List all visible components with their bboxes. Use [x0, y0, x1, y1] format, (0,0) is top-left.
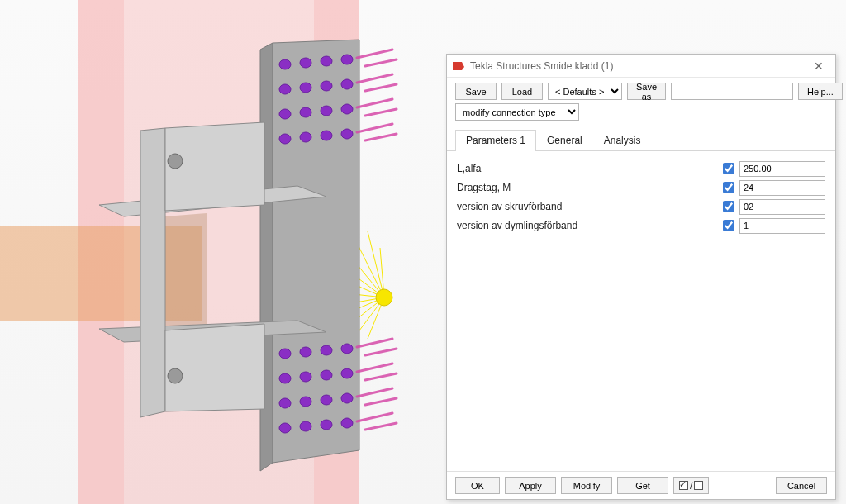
svg-point-40 [341, 368, 353, 378]
svg-point-36 [341, 344, 353, 354]
svg-line-51 [357, 99, 392, 107]
apply-button[interactable]: Apply [505, 477, 556, 494]
svg-point-45 [279, 423, 291, 433]
svg-line-52 [357, 124, 392, 132]
titlebar[interactable]: Tekla Structures Smide kladd (1) ✕ [447, 55, 835, 78]
ok-button[interactable]: OK [455, 477, 500, 494]
app-icon [452, 59, 465, 73]
svg-line-50 [357, 74, 392, 83]
connection-type-select[interactable]: modify connection type [455, 103, 579, 121]
svg-point-35 [321, 345, 332, 355]
param-value-input[interactable] [739, 199, 825, 215]
dialog-footer: OK Apply Modify Get / Cancel [447, 471, 835, 499]
svg-point-18 [300, 58, 311, 68]
cancel-button[interactable]: Cancel [776, 477, 827, 494]
svg-point-43 [321, 395, 332, 405]
svg-point-48 [341, 418, 353, 428]
toggle-checks-button[interactable]: / [673, 477, 709, 494]
load-button[interactable]: Load [501, 83, 543, 100]
param-label: version av dymlingsförband [457, 220, 723, 231]
param-value-input[interactable] [739, 218, 825, 234]
param-row: L,alfa [457, 159, 825, 178]
svg-point-30 [300, 132, 311, 142]
svg-point-66 [168, 368, 183, 383]
svg-point-22 [300, 83, 311, 93]
svg-point-33 [279, 349, 291, 359]
svg-point-31 [321, 131, 332, 140]
svg-point-37 [279, 373, 291, 383]
svg-point-17 [279, 59, 291, 69]
param-checkbox[interactable] [723, 220, 734, 231]
tab-body-parameters: L,alfa Dragstag, M version av skruvförba… [447, 151, 835, 471]
dialog-title: Tekla Structures Smide kladd (1) [470, 60, 807, 72]
tab-parameters[interactable]: Parameters 1 [455, 130, 536, 151]
get-button[interactable]: Get [617, 477, 668, 494]
help-button[interactable]: Help... [798, 83, 843, 100]
svg-line-59 [357, 388, 392, 397]
save-as-input[interactable] [671, 83, 793, 100]
tab-analysis[interactable]: Analysis [593, 130, 652, 151]
param-checkbox[interactable] [723, 182, 734, 193]
svg-line-55 [365, 109, 397, 116]
svg-line-64 [365, 423, 397, 430]
component-dialog: Tekla Structures Smide kladd (1) ✕ Save … [446, 54, 836, 500]
svg-point-19 [321, 56, 332, 66]
svg-point-25 [279, 109, 291, 119]
param-checkbox[interactable] [723, 201, 734, 212]
param-value-input[interactable] [739, 161, 825, 177]
svg-point-46 [300, 421, 311, 431]
param-label: L,alfa [457, 163, 723, 174]
svg-line-63 [365, 398, 397, 405]
svg-line-61 [365, 349, 397, 355]
preset-select[interactable]: < Defaults > [548, 83, 622, 100]
check-off-icon [694, 481, 703, 490]
param-row: version av dymlingsförband [457, 216, 825, 235]
svg-point-20 [341, 55, 353, 64]
check-on-icon [679, 481, 688, 490]
svg-point-34 [300, 347, 311, 357]
svg-point-38 [300, 372, 311, 382]
save-as-button[interactable]: Save as [627, 83, 666, 100]
param-row: version av skruvförband [457, 197, 825, 216]
svg-point-27 [321, 106, 332, 116]
svg-point-47 [321, 420, 332, 430]
svg-point-39 [321, 370, 332, 380]
svg-line-60 [357, 413, 392, 421]
svg-line-49 [357, 50, 392, 58]
svg-point-24 [341, 79, 353, 89]
svg-line-62 [365, 373, 397, 380]
param-checkbox[interactable] [723, 163, 734, 174]
svg-point-28 [341, 104, 353, 114]
svg-point-32 [341, 129, 353, 139]
svg-line-57 [357, 339, 392, 347]
save-button[interactable]: Save [455, 83, 497, 100]
svg-point-44 [341, 393, 353, 403]
tab-strip: Parameters 1 General Analysis [447, 129, 835, 151]
svg-line-58 [357, 364, 392, 372]
param-value-input[interactable] [739, 180, 825, 196]
svg-point-41 [279, 398, 291, 408]
toolbar-row-1: Save Load < Defaults > Save as Help... [447, 78, 835, 100]
svg-line-54 [365, 84, 397, 91]
svg-point-26 [300, 107, 311, 117]
param-label: version av skruvförband [457, 201, 723, 212]
close-icon[interactable]: ✕ [807, 59, 830, 73]
param-row: Dragstag, M [457, 178, 825, 197]
svg-point-29 [279, 134, 291, 144]
svg-point-21 [279, 84, 291, 94]
svg-point-65 [168, 154, 183, 169]
svg-point-16 [376, 289, 392, 306]
param-label: Dragstag, M [457, 182, 723, 193]
svg-line-53 [365, 59, 397, 66]
svg-line-56 [365, 134, 397, 140]
svg-point-42 [300, 397, 311, 407]
slash-icon: / [690, 480, 692, 492]
modify-button[interactable]: Modify [561, 477, 612, 494]
svg-point-23 [321, 81, 332, 91]
toolbar-row-2: modify connection type [447, 100, 835, 127]
tab-general[interactable]: General [536, 130, 593, 151]
